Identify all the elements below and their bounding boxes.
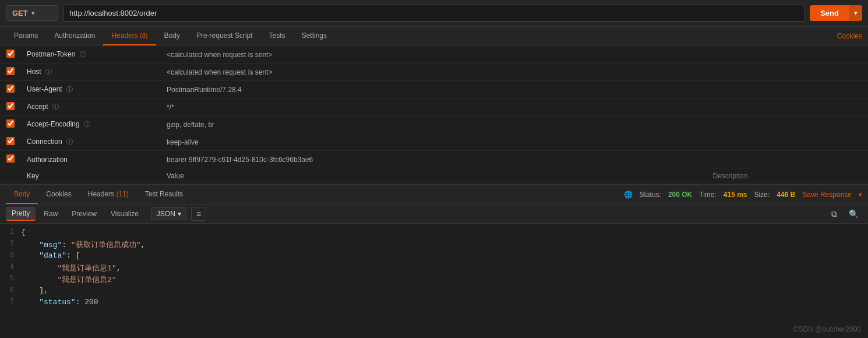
status-label: Status:: [640, 191, 661, 199]
header-value-1: <calculated when request is sent>: [161, 64, 707, 81]
table-row: Postman-Token ⓘ <calculated when request…: [0, 46, 868, 64]
response-section: Body Cookies Headers (11) Test Results 🌐…: [0, 184, 868, 308]
table-row: Accept-Encoding ⓘ gzip, deflate, br: [0, 116, 868, 133]
send-dropdown-button[interactable]: ▾: [849, 5, 862, 21]
info-icon-4: ⓘ: [84, 121, 90, 128]
response-toolbar: Pretty Raw Preview Visualize JSON ▾ ≡ ⧉ …: [0, 205, 868, 224]
header-value-2: PostmanRuntime/7.28.4: [161, 81, 707, 98]
tab-body[interactable]: Body: [156, 27, 188, 45]
response-tabs: Body Cookies Headers (11) Test Results 🌐…: [0, 185, 868, 205]
header-value-6: bearer 9ff97279-c61f-4d25-810c-3fc6c96b3…: [161, 151, 707, 168]
info-icon-0: ⓘ: [80, 51, 86, 58]
header-key-3: Accept ⓘ: [21, 98, 161, 116]
header-checkbox-1[interactable]: [6, 67, 15, 75]
status-info: 🌐 Status: 200 OK Time: 415 ms Size: 446 …: [624, 191, 862, 199]
size-label: Size:: [754, 191, 770, 199]
view-pretty-button[interactable]: Pretty: [6, 207, 36, 221]
tab-pre-request-script[interactable]: Pre-request Script: [188, 27, 261, 45]
header-value-3: */*: [161, 98, 707, 116]
header-checkbox-2[interactable]: [6, 85, 15, 93]
toolbar-right: ⧉ 🔍: [828, 208, 862, 220]
headers-table: Postman-Token ⓘ <calculated when request…: [0, 46, 868, 184]
view-raw-button[interactable]: Raw: [38, 207, 63, 220]
format-select[interactable]: JSON ▾: [151, 207, 186, 220]
header-key-0: Postman-Token ⓘ: [21, 46, 161, 64]
table-row: Host ⓘ <calculated when request is sent>: [0, 64, 868, 81]
header-checkbox-4[interactable]: [6, 119, 15, 128]
info-icon-2: ⓘ: [66, 86, 73, 93]
header-checkbox-0[interactable]: [6, 50, 15, 58]
size-value: 446 B: [777, 191, 795, 199]
header-value-5: keep-alive: [161, 133, 707, 151]
info-icon-3: ⓘ: [52, 103, 59, 110]
method-chevron-icon: ▾: [31, 10, 34, 16]
format-chevron-icon: ▾: [178, 210, 181, 218]
header-value-0: <calculated when request is sent>: [161, 46, 707, 64]
watermark: CSDN @butcher2000: [793, 325, 861, 333]
url-input[interactable]: [63, 5, 805, 22]
json-line: 7 "status": 200: [0, 297, 868, 308]
header-key-4: Accept-Encoding ⓘ: [21, 116, 161, 133]
send-group: Send ▾: [810, 5, 862, 21]
globe-icon: 🌐: [624, 191, 633, 199]
header-checkbox-6[interactable]: [6, 154, 15, 163]
json-line: 4 "我是订单信息1",: [0, 262, 868, 274]
search-button[interactable]: 🔍: [845, 208, 862, 220]
json-line: 5 "我是订单信息2": [0, 274, 868, 286]
send-button[interactable]: Send: [810, 5, 849, 21]
tab-response-body[interactable]: Body: [6, 185, 38, 204]
cookies-link[interactable]: Cookies: [837, 32, 862, 40]
key-column-label: Key: [21, 168, 161, 184]
tab-settings[interactable]: Settings: [294, 27, 335, 45]
json-line: 1{: [0, 227, 868, 239]
url-bar: GET ▾ Send ▾: [0, 0, 868, 27]
method-select[interactable]: GET ▾: [6, 5, 58, 21]
wrap-button[interactable]: ≡: [191, 207, 206, 221]
header-checkbox-3[interactable]: [6, 102, 15, 110]
table-row: Authorization bearer 9ff97279-c61f-4d25-…: [0, 151, 868, 168]
save-response-link[interactable]: Save Response: [802, 191, 852, 199]
info-icon-5: ⓘ: [66, 138, 73, 145]
table-row: Connection ⓘ keep-alive: [0, 133, 868, 151]
status-value: 200 OK: [668, 191, 692, 199]
time-label: Time:: [699, 191, 717, 199]
description-column-label: Description: [707, 168, 868, 184]
json-line: 2 "msg": "获取订单信息成功",: [0, 239, 868, 251]
header-checkbox-5[interactable]: [6, 137, 15, 145]
copy-button[interactable]: ⧉: [828, 208, 841, 220]
tab-headers[interactable]: Headers (8): [103, 27, 156, 45]
table-row: User-Agent ⓘ PostmanRuntime/7.28.4: [0, 81, 868, 98]
table-row-empty: Key Value Description: [0, 168, 868, 184]
view-visualize-button[interactable]: Visualize: [105, 207, 144, 220]
json-line: 3 "data": [: [0, 251, 868, 262]
tab-params[interactable]: Params: [6, 27, 46, 45]
header-key-6: Authorization: [21, 151, 161, 168]
json-line: 6 ],: [0, 286, 868, 297]
json-editor: 1{2 "msg": "获取订单信息成功",3 "data": [4 "我是订单…: [0, 224, 868, 308]
header-value-4: gzip, deflate, br: [161, 116, 707, 133]
value-column-label: Value: [161, 168, 707, 184]
tab-authorization[interactable]: Authorization: [46, 27, 103, 45]
tab-response-headers[interactable]: Headers (11): [80, 185, 137, 204]
save-response-chevron[interactable]: ▾: [859, 191, 862, 199]
header-key-5: Connection ⓘ: [21, 133, 161, 151]
tab-tests[interactable]: Tests: [261, 27, 294, 45]
view-preview-button[interactable]: Preview: [66, 207, 103, 220]
header-key-1: Host ⓘ: [21, 64, 161, 81]
table-row: Accept ⓘ */*: [0, 98, 868, 116]
tab-response-cookies[interactable]: Cookies: [38, 185, 79, 204]
request-tabs: Params Authorization Headers (8) Body Pr…: [0, 27, 868, 46]
time-value: 415 ms: [724, 191, 747, 199]
header-key-2: User-Agent ⓘ: [21, 81, 161, 98]
tab-test-results[interactable]: Test Results: [137, 185, 191, 204]
headers-table-container: Postman-Token ⓘ <calculated when request…: [0, 46, 868, 184]
method-label: GET: [12, 9, 28, 17]
info-icon-1: ⓘ: [45, 68, 52, 75]
